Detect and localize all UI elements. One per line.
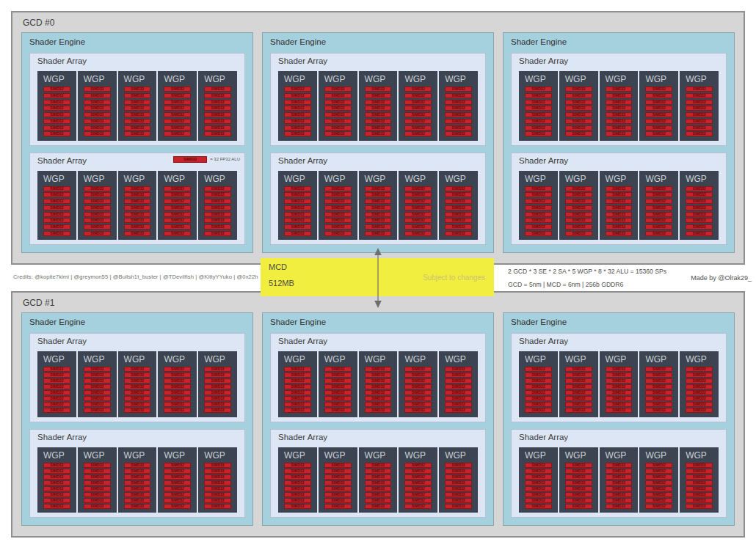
simd32-legend: SIMD32= 32 FP32 ALU bbox=[173, 156, 240, 163]
simd32-chip: SIMD32 bbox=[324, 199, 352, 204]
simd32-chip: SIMD32 bbox=[84, 106, 111, 111]
shader-engine: Shader EngineShader ArrayWGPSIMD32SIMD32… bbox=[262, 32, 494, 253]
simd32-stack: SIMD32SIMD32SIMD32SIMD32SIMD32SIMD32SIMD… bbox=[565, 463, 592, 510]
simd32-stack: SIMD32SIMD32SIMD32SIMD32SIMD32SIMD32SIMD… bbox=[365, 367, 392, 414]
simd32-chip: SIMD32 bbox=[525, 469, 552, 474]
simd32-chip: SIMD32 bbox=[204, 384, 231, 389]
simd32-chip: SIMD32 bbox=[565, 100, 592, 105]
simd32-chip: SIMD32 bbox=[43, 384, 70, 389]
simd32-chip: SIMD32 bbox=[645, 463, 672, 468]
simd32-chip: SIMD32 bbox=[84, 231, 111, 236]
simd32-stack: SIMD32SIMD32SIMD32SIMD32SIMD32SIMD32SIMD… bbox=[404, 87, 432, 137]
wgp-label: WGP bbox=[686, 74, 713, 84]
simd32-chip: SIMD32 bbox=[164, 199, 191, 204]
simd32-chip: SIMD32 bbox=[43, 131, 70, 136]
simd32-chip: SIMD32 bbox=[43, 486, 70, 491]
simd32-chip: SIMD32 bbox=[686, 469, 713, 474]
simd32-chip: SIMD32 bbox=[404, 231, 432, 236]
simd32-chip: SIMD32 bbox=[284, 378, 311, 384]
wgp-label: WGP bbox=[204, 174, 231, 184]
wgp-block: WGPSIMD32SIMD32SIMD32SIMD32SIMD32SIMD32S… bbox=[680, 171, 719, 241]
simd32-chip: SIMD32 bbox=[204, 498, 231, 503]
simd32-chip: SIMD32 bbox=[365, 396, 392, 401]
simd32-chip: SIMD32 bbox=[84, 93, 111, 98]
simd32-chip: SIMD32 bbox=[43, 463, 70, 468]
simd32-chip: SIMD32 bbox=[164, 390, 191, 395]
simd32-chip: SIMD32 bbox=[84, 469, 111, 474]
simd32-stack: SIMD32SIMD32SIMD32SIMD32SIMD32SIMD32SIMD… bbox=[84, 463, 111, 510]
simd32-chip: SIMD32 bbox=[606, 87, 633, 92]
shader-engine: Shader EngineShader ArrayWGPSIMD32SIMD32… bbox=[262, 312, 494, 526]
simd32-chip: SIMD32 bbox=[324, 100, 352, 105]
simd32-chip: SIMD32 bbox=[606, 93, 633, 98]
simd32-legend-text: = 32 FP32 ALU bbox=[210, 157, 240, 161]
wgp-label: WGP bbox=[645, 450, 672, 461]
simd32-chip: SIMD32 bbox=[84, 131, 111, 136]
wgp-row: WGPSIMD32SIMD32SIMD32SIMD32SIMD32SIMD32S… bbox=[37, 351, 237, 417]
simd32-chip: SIMD32 bbox=[565, 474, 592, 480]
shader-array-label: Shader Array bbox=[278, 433, 478, 447]
wgp-block: WGPSIMD32SIMD32SIMD32SIMD32SIMD32SIMD32S… bbox=[198, 351, 237, 417]
simd32-chip: SIMD32 bbox=[404, 212, 432, 217]
simd32-chip: SIMD32 bbox=[445, 199, 472, 204]
simd32-stack: SIMD32SIMD32SIMD32SIMD32SIMD32SIMD32SIMD… bbox=[204, 186, 231, 237]
shader-array-column: Shader ArrayWGPSIMD32SIMD32SIMD32SIMD32S… bbox=[270, 53, 486, 245]
wgp-label: WGP bbox=[525, 174, 552, 184]
simd32-chip: SIMD32 bbox=[445, 373, 472, 378]
shader-engine-label: Shader Engine bbox=[511, 37, 727, 53]
simd32-chip: SIMD32 bbox=[324, 469, 352, 474]
simd32-chip: SIMD32 bbox=[365, 504, 392, 509]
simd32-chip: SIMD32 bbox=[164, 112, 191, 117]
simd32-chip: SIMD32 bbox=[324, 112, 352, 117]
simd32-chip: SIMD32 bbox=[686, 212, 713, 217]
wgp-row: WGPSIMD32SIMD32SIMD32SIMD32SIMD32SIMD32S… bbox=[37, 71, 237, 141]
simd32-chip: SIMD32 bbox=[645, 199, 672, 204]
simd32-chip: SIMD32 bbox=[43, 186, 70, 191]
simd32-chip: SIMD32 bbox=[324, 87, 352, 92]
simd32-chip: SIMD32 bbox=[84, 492, 111, 497]
wgp-label: WGP bbox=[43, 354, 70, 364]
simd32-stack: SIMD32SIMD32SIMD32SIMD32SIMD32SIMD32SIMD… bbox=[284, 367, 311, 414]
simd32-chip: SIMD32 bbox=[284, 199, 311, 204]
simd32-chip: SIMD32 bbox=[445, 504, 472, 509]
simd32-stack: SIMD32SIMD32SIMD32SIMD32SIMD32SIMD32SIMD… bbox=[365, 186, 392, 237]
spec-summary: 2 GCD * 3 SE * 2 SA * 5 WGP * 8 * 32 ALU… bbox=[508, 265, 666, 291]
simd32-stack: SIMD32SIMD32SIMD32SIMD32SIMD32SIMD32SIMD… bbox=[606, 367, 633, 414]
simd32-chip: SIMD32 bbox=[164, 384, 191, 389]
simd32-chip: SIMD32 bbox=[204, 125, 231, 131]
simd32-chip: SIMD32 bbox=[84, 87, 111, 92]
wgp-label: WGP bbox=[645, 74, 672, 84]
simd32-stack: SIMD32SIMD32SIMD32SIMD32SIMD32SIMD32SIMD… bbox=[645, 463, 672, 510]
simd32-chip: SIMD32 bbox=[43, 396, 70, 401]
simd32-chip: SIMD32 bbox=[164, 474, 191, 480]
simd32-chip: SIMD32 bbox=[525, 396, 552, 401]
simd32-chip: SIMD32 bbox=[565, 119, 592, 124]
simd32-stack: SIMD32SIMD32SIMD32SIMD32SIMD32SIMD32SIMD… bbox=[606, 186, 633, 237]
simd32-chip: SIMD32 bbox=[204, 100, 231, 105]
gcd-mcd-link-arrow-icon bbox=[371, 247, 385, 309]
wgp-label: WGP bbox=[84, 174, 111, 184]
wgp-row: WGPSIMD32SIMD32SIMD32SIMD32SIMD32SIMD32S… bbox=[278, 447, 478, 513]
wgp-label: WGP bbox=[686, 174, 713, 184]
wgp-label: WGP bbox=[324, 74, 352, 84]
simd32-chip: SIMD32 bbox=[124, 402, 151, 407]
simd32-chip: SIMD32 bbox=[84, 125, 111, 131]
simd32-chip: SIMD32 bbox=[606, 378, 633, 384]
wgp-block: WGPSIMD32SIMD32SIMD32SIMD32SIMD32SIMD32S… bbox=[600, 351, 639, 417]
wgp-label: WGP bbox=[365, 354, 392, 364]
simd32-chip: SIMD32 bbox=[365, 199, 392, 204]
wgp-block: WGPSIMD32SIMD32SIMD32SIMD32SIMD32SIMD32S… bbox=[639, 171, 678, 241]
simd32-chip: SIMD32 bbox=[43, 231, 70, 236]
wgp-label: WGP bbox=[606, 354, 633, 364]
simd32-chip: SIMD32 bbox=[204, 199, 231, 204]
simd32-stack: SIMD32SIMD32SIMD32SIMD32SIMD32SIMD32SIMD… bbox=[525, 463, 552, 510]
simd32-stack: SIMD32SIMD32SIMD32SIMD32SIMD32SIMD32SIMD… bbox=[43, 186, 70, 237]
wgp-label: WGP bbox=[164, 74, 191, 84]
simd32-stack: SIMD32SIMD32SIMD32SIMD32SIMD32SIMD32SIMD… bbox=[84, 186, 111, 237]
simd32-chip: SIMD32 bbox=[43, 224, 70, 230]
simd32-chip: SIMD32 bbox=[525, 199, 552, 204]
gcd-1-shader-engine-row: Shader EngineShader ArrayWGPSIMD32SIMD32… bbox=[21, 312, 735, 526]
simd32-chip: SIMD32 bbox=[124, 224, 151, 230]
wgp-label: WGP bbox=[686, 354, 713, 364]
wgp-label: WGP bbox=[365, 174, 392, 184]
